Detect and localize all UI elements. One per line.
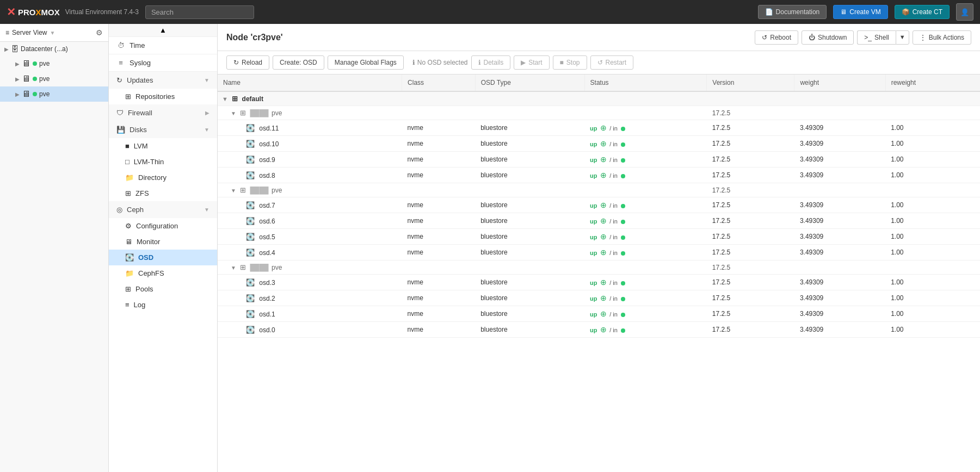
sidebar-list-icon: ≡	[5, 29, 9, 36]
osd-type: bluestore	[475, 152, 584, 167]
nav-sub-monitor[interactable]: 🖥 Monitor	[109, 234, 217, 250]
node3-expand: ▶	[15, 91, 20, 97]
osd-type: bluestore	[475, 275, 584, 290]
table-row[interactable]: 💽 osd.5 nvme bluestore up ⊕ / in 17.2.5 …	[218, 229, 980, 245]
logo-proxmox: PROXMOX	[18, 8, 60, 17]
sidebar-item-datacenter[interactable]: ▶ 🗄 Datacenter (...a)	[0, 42, 108, 56]
directory-icon: 📁	[125, 173, 134, 182]
manage-flags-button[interactable]: Manage Global Flags	[328, 55, 404, 70]
osd-weight: 3.49309	[794, 229, 885, 245]
node2-expand: ▶	[15, 76, 20, 82]
osd-class: nvme	[402, 213, 476, 229]
group-name: default	[242, 95, 263, 103]
osd-reweight: 1.00	[885, 167, 980, 183]
node-collapse-icon[interactable]: ▼	[231, 265, 236, 271]
shutdown-button[interactable]: ⏻ Shutdown	[802, 30, 854, 45]
cephfs-icon: 📁	[125, 269, 134, 277]
reload-button[interactable]: ↻ Reload	[226, 55, 269, 70]
osd-disk-icon: 💽	[246, 124, 255, 132]
updates-expand-icon: ▼	[204, 77, 209, 83]
stop-button[interactable]: ■ Stop	[553, 55, 587, 70]
osd-version: 17.2.5	[707, 322, 794, 338]
topbar: ✕ PROXMOX Virtual Environment 7.4-3 📄 Do…	[0, 0, 980, 24]
osd-name: osd.5	[259, 233, 275, 241]
node-name-blank: ████	[250, 187, 269, 194]
start-button[interactable]: ▶ Start	[514, 55, 549, 70]
table-row[interactable]: 💽 osd.1 nvme bluestore up ⊕ / in 17.2.5 …	[218, 306, 980, 322]
osd-version: 17.2.5	[707, 213, 794, 229]
osd-weight: 3.49309	[794, 306, 885, 322]
nav-sub-pools[interactable]: ⊞ Pools	[109, 281, 217, 297]
ceph-expand-icon: ▼	[204, 207, 209, 213]
nav-sub-configuration[interactable]: ⚙ Configuration	[109, 218, 217, 234]
node-server-icon: ⊞	[240, 263, 246, 271]
table-row[interactable]: 💽 osd.9 nvme bluestore up ⊕ / in 17.2.5 …	[218, 152, 980, 167]
shell-button[interactable]: >_ Shell	[857, 30, 895, 45]
firewall-expand-icon: ▶	[205, 110, 209, 116]
shell-dropdown-arrow[interactable]: ▼	[896, 30, 909, 45]
osd-version: 17.2.5	[707, 290, 794, 306]
osd-weight: 3.49309	[794, 136, 885, 152]
table-row[interactable]: 💽 osd.3 nvme bluestore up ⊕ / in 17.2.5 …	[218, 275, 980, 290]
node-name: pve	[272, 109, 282, 117]
group-collapse-icon[interactable]: ▼	[222, 96, 228, 102]
nav-section-disks[interactable]: 💾 Disks ▼	[109, 121, 217, 138]
user-avatar-button[interactable]: 👤	[956, 3, 973, 21]
documentation-button[interactable]: 📄 Documentation	[758, 5, 827, 19]
nav-sub-log[interactable]: ≡ Log	[109, 297, 217, 313]
bulk-actions-button[interactable]: ⋮ Bulk Actions	[913, 30, 971, 45]
osd-class: nvme	[402, 245, 476, 260]
table-row[interactable]: 💽 osd.0 nvme bluestore up ⊕ / in 17.2.5 …	[218, 322, 980, 338]
scroll-up-btn[interactable]: ▲	[109, 24, 217, 37]
details-button[interactable]: ℹ Details	[471, 55, 511, 70]
lvm-thin-icon: □	[125, 158, 130, 166]
table-row[interactable]: 💽 osd.10 nvme bluestore up ⊕ / in 17.2.5…	[218, 136, 980, 152]
osd-name: osd.7	[259, 202, 275, 209]
dropdown-arrow: ▼	[50, 30, 56, 36]
restart-button[interactable]: ↺ Restart	[590, 55, 634, 70]
shell-icon: >_	[864, 34, 872, 41]
table-row[interactable]: 💽 osd.7 nvme bluestore up ⊕ / in 17.2.5 …	[218, 197, 980, 213]
create-ct-button[interactable]: 📦 Create CT	[895, 5, 950, 19]
osd-disk-icon: 💽	[246, 201, 255, 209]
osd-weight: 3.49309	[794, 213, 885, 229]
nav-sub-zfs[interactable]: ⊞ ZFS	[109, 185, 217, 201]
osd-name: osd.1	[259, 310, 275, 318]
sidebar-item-node-2[interactable]: ▶ 🖥 pve	[0, 71, 108, 86]
sidebar-gear-icon[interactable]: ⚙	[96, 28, 103, 37]
osd-reweight: 1.00	[885, 152, 980, 167]
table-row[interactable]: 💽 osd.8 nvme bluestore up ⊕ / in 17.2.5 …	[218, 167, 980, 183]
node-server-icon: ⊞	[240, 186, 246, 194]
table-row-group: ▼ ⊞ default	[218, 91, 980, 106]
sidebar-item-node-1[interactable]: ▶ 🖥 pve	[0, 56, 108, 71]
node-collapse-icon[interactable]: ▼	[231, 110, 236, 116]
nav-sub-lvm-thin[interactable]: □ LVM-Thin	[109, 154, 217, 170]
sidebar-item-node-3[interactable]: ▶ 🖥 pve	[0, 86, 108, 102]
nav-item-syslog[interactable]: ≡ Syslog	[109, 54, 217, 72]
osd-weight: 3.49309	[794, 275, 885, 290]
table-row[interactable]: 💽 osd.6 nvme bluestore up ⊕ / in 17.2.5 …	[218, 213, 980, 229]
nav-sub-lvm[interactable]: ■ LVM	[109, 138, 217, 154]
disks-icon: 💾	[116, 126, 125, 134]
search-input[interactable]	[145, 5, 254, 19]
nav-section-firewall[interactable]: 🛡 Firewall ▶	[109, 104, 217, 121]
osd-name: osd.4	[259, 249, 275, 257]
create-vm-button[interactable]: 🖥 Create VM	[833, 5, 887, 19]
table-row-node: ▼ ⊞ ████ pve 17.2.5	[218, 106, 980, 120]
table-row[interactable]: 💽 osd.2 nvme bluestore up ⊕ / in 17.2.5 …	[218, 290, 980, 306]
osd-type: bluestore	[475, 120, 584, 136]
create-osd-button[interactable]: Create: OSD	[273, 55, 324, 70]
nav-sub-osd[interactable]: 💽 OSD	[109, 250, 217, 265]
table-row[interactable]: 💽 osd.11 nvme bluestore up ⊕ / in 17.2.5…	[218, 120, 980, 136]
osd-reweight: 1.00	[885, 322, 980, 338]
node-collapse-icon[interactable]: ▼	[231, 188, 236, 194]
osd-type: bluestore	[475, 213, 584, 229]
nav-sub-repositories[interactable]: ⊞ Repositories	[109, 89, 217, 104]
nav-sub-cephfs[interactable]: 📁 CephFS	[109, 265, 217, 281]
nav-item-time[interactable]: ⏱ Time	[109, 37, 217, 54]
nav-section-updates[interactable]: ↻ Updates ▼	[109, 72, 217, 89]
reboot-button[interactable]: ↺ Reboot	[755, 30, 798, 45]
table-row[interactable]: 💽 osd.4 nvme bluestore up ⊕ / in 17.2.5 …	[218, 245, 980, 260]
nav-section-ceph[interactable]: ◎ Ceph ▼	[109, 201, 217, 218]
nav-sub-directory[interactable]: 📁 Directory	[109, 170, 217, 185]
